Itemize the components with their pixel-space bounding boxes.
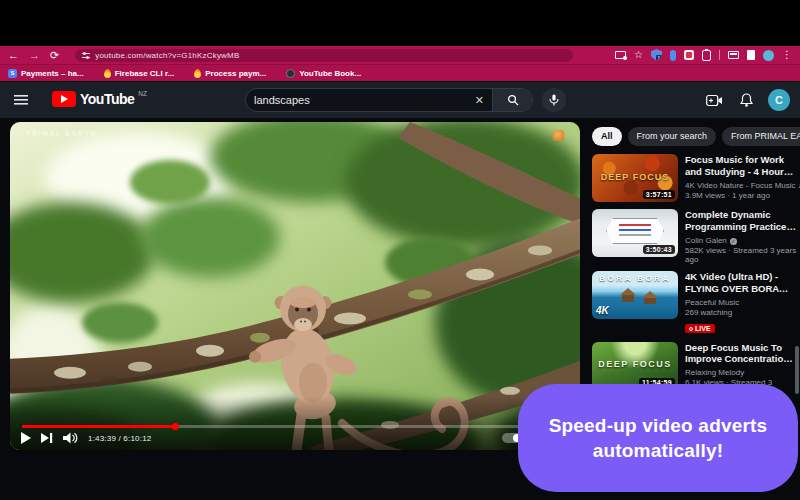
channel-name[interactable]: Peaceful Music (685, 298, 797, 307)
video-title[interactable]: Complete Dynamic Programming Practice - … (685, 209, 797, 233)
site-settings-icon[interactable] (82, 52, 90, 59)
red-extension-icon[interactable] (684, 50, 694, 60)
back-icon[interactable]: ← (8, 50, 19, 61)
bookmark-label: Payments – ha... (21, 69, 84, 78)
cast-icon[interactable] (615, 51, 626, 59)
create-video-icon[interactable] (706, 94, 725, 107)
channel-logo-icon[interactable] (553, 130, 564, 141)
live-badge: LIVE (685, 324, 715, 333)
forward-icon[interactable]: → (29, 50, 40, 61)
video-progress-fill (22, 425, 175, 428)
channel-name[interactable]: 4K Video Nature - Focus Music ♪ (685, 181, 797, 190)
video-meta: 582K views · Streamed 3 years ago (685, 246, 797, 264)
browser-toolbar: ← → ⟳ youtube.com/watch?v=G1hKzCkywMB ☆ … (0, 46, 800, 64)
bungalow (644, 298, 656, 304)
account-avatar[interactable]: C (768, 89, 790, 111)
notifications-bell-icon[interactable] (740, 93, 753, 107)
adblock-extension-icon[interactable]: 1 (651, 49, 662, 61)
chip-from-your-search[interactable]: From your search (628, 127, 717, 146)
youtube-wordmark: YouTube (80, 91, 134, 107)
video-thumbnail[interactable]: DEEP FOCUS 11:54:59 (592, 342, 678, 390)
bookmark-label: Firebase CLI r... (115, 69, 175, 78)
live-label: LIVE (695, 325, 711, 332)
clipboard-extension-icon[interactable] (702, 50, 711, 61)
toolbar-divider (719, 50, 720, 60)
channel-watermark: PRIMAL EARTH (26, 130, 97, 137)
time-display: 1:43:39 / 6:10:12 (88, 434, 151, 443)
url-text[interactable]: youtube.com/watch?v=G1hKzCkywMB (95, 51, 239, 60)
video-player[interactable]: PRIMAL EARTH 1:43:39 / 6:10: (10, 122, 580, 450)
suggested-video-1[interactable]: DEEP FOCUS 3:57:51 Focus Music for Work … (592, 154, 797, 202)
video-meta: 3.9M views · 1 year ago (685, 191, 797, 200)
chip-from-primal-earth[interactable]: From PRIMAL EARTH (722, 127, 800, 146)
bookmark-label: YouTube Book... (299, 69, 361, 78)
menu-hamburger-icon[interactable] (14, 95, 28, 105)
firebase-flame-icon (194, 69, 201, 78)
channel-name[interactable]: Colin Galen✓ (685, 236, 797, 245)
thumb-overlay-text: BORA BORA (592, 274, 678, 283)
video-title[interactable]: Deep Focus Music To Improve Concentratio… (685, 342, 797, 366)
search-input[interactable] (246, 94, 467, 106)
thumb-overlay-text: DEEP FOCUS (592, 359, 678, 369)
stripe-icon: S (8, 69, 17, 78)
promo-text-line2: automatically! (593, 440, 724, 462)
video-progress-bar[interactable] (22, 425, 568, 428)
bungalow-roof (620, 288, 636, 295)
screen: ← → ⟳ youtube.com/watch?v=G1hKzCkywMB ☆ … (0, 0, 800, 500)
bookmark-process-payments[interactable]: Process paym... (194, 69, 266, 78)
bungalow-roof (642, 291, 658, 298)
chip-all[interactable]: All (592, 127, 622, 146)
suggested-video-2[interactable]: 3:50:43 Complete Dynamic Programming Pra… (592, 209, 797, 264)
side-panel-icon[interactable] (747, 50, 755, 60)
password-extension-icon[interactable] (670, 50, 676, 61)
bookmark-youtube-book[interactable]: YouTube Book... (286, 69, 361, 78)
dark-globe-icon (286, 69, 295, 78)
youtube-play-icon (52, 91, 76, 107)
clear-search-icon[interactable]: ✕ (467, 94, 492, 107)
promo-overlay: Speed-up video adverts automatically! (518, 384, 798, 492)
browser-menu-icon[interactable]: ⋮ (782, 50, 792, 60)
bungalow (622, 295, 634, 302)
bookmark-payments[interactable]: S Payments – ha... (8, 69, 84, 78)
video-title[interactable]: Focus Music for Work and Studying - 4 Ho… (685, 154, 797, 178)
channel-name-text: Colin Galen (685, 236, 727, 245)
video-thumbnail[interactable]: BORA BORA 4K (592, 271, 678, 319)
url-bar[interactable]: youtube.com/watch?v=G1hKzCkywMB (75, 49, 573, 62)
browser-profile-avatar[interactable] (763, 50, 774, 61)
youtube-logo[interactable]: YouTube NZ (52, 91, 147, 107)
voice-search-button[interactable] (542, 88, 566, 112)
search-button[interactable] (492, 88, 532, 112)
bookmark-star-icon[interactable]: ☆ (634, 50, 643, 60)
firebase-flame-icon (104, 69, 111, 78)
wallet-icon[interactable] (728, 51, 739, 59)
bookmark-label: Process paym... (205, 69, 266, 78)
volume-button[interactable] (63, 432, 78, 444)
live-dot-icon (689, 327, 693, 331)
channel-name[interactable]: Relaxing Melody (685, 368, 797, 377)
youtube-region: NZ (138, 90, 147, 97)
video-thumbnail[interactable]: DEEP FOCUS 3:57:51 (592, 154, 678, 202)
filter-chips: All From your search From PRIMAL EARTH › (592, 126, 797, 146)
verified-badge-icon: ✓ (730, 238, 737, 245)
thumb-4k-mark: 4K (596, 305, 609, 316)
bookmarks-bar: S Payments – ha... Firebase CLI r... Pro… (0, 64, 800, 81)
video-thumbnail[interactable]: 3:50:43 (592, 209, 678, 257)
scrollbar-thumb[interactable] (795, 346, 799, 394)
promo-text-line1: Speed-up video adverts (549, 415, 768, 437)
search-icon (507, 94, 519, 106)
bookmark-firebase-cli[interactable]: Firebase CLI r... (104, 69, 175, 78)
duration-badge: 3:57:51 (643, 190, 675, 199)
search-box[interactable]: ✕ (245, 88, 533, 112)
next-video-button[interactable] (41, 432, 53, 444)
thumb-overlay-text: DEEP FOCUS (592, 172, 678, 182)
play-pause-button[interactable] (20, 432, 31, 444)
video-title[interactable]: 4K Video (Ultra HD) - FLYING OVER BORA B… (685, 271, 797, 295)
player-controls: 1:43:39 / 6:10:12 CC (20, 429, 570, 447)
youtube-header: YouTube NZ ✕ (0, 82, 800, 118)
extension-badge: 1 (656, 55, 662, 61)
whiteboard-diagram (606, 218, 664, 244)
reload-icon[interactable]: ⟳ (50, 50, 59, 61)
suggested-video-3[interactable]: BORA BORA 4K 4K Video (Ultra HD) - FLYIN… (592, 271, 797, 335)
mic-icon (549, 94, 559, 106)
video-meta: 269 watching (685, 308, 797, 317)
